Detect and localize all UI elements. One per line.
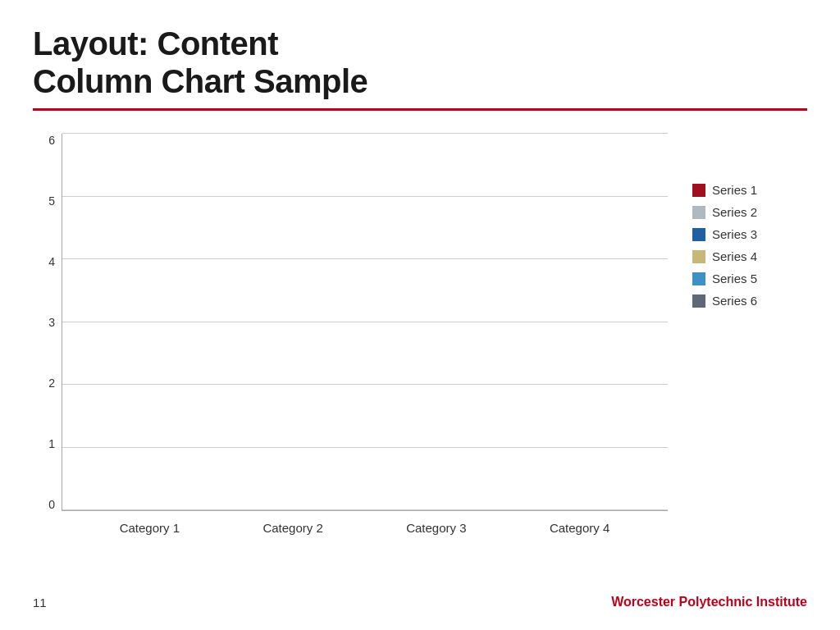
legend-item-1: Series 1 xyxy=(692,183,807,197)
y-label-5: 5 xyxy=(48,194,55,208)
legend-color-6 xyxy=(692,294,705,308)
legend-item-3: Series 3 xyxy=(692,227,807,241)
legend-color-3 xyxy=(692,228,705,241)
footer: 11 Worcester Polytechnic Institute xyxy=(33,584,807,614)
y-label-2: 2 xyxy=(48,377,55,390)
legend-color-5 xyxy=(692,272,705,285)
bars-area xyxy=(62,134,668,510)
x-axis: Category 1 Category 2 Category 3 Categor… xyxy=(62,511,668,544)
legend-label-6: Series 6 xyxy=(712,294,757,308)
y-label-4: 4 xyxy=(48,255,55,268)
legend-color-1 xyxy=(692,184,705,197)
legend-label-3: Series 3 xyxy=(712,227,757,241)
legend-item-6: Series 6 xyxy=(692,294,807,308)
y-axis: 0 1 2 3 4 5 6 xyxy=(33,134,62,511)
chart-area: 0 1 2 3 4 5 6 xyxy=(33,126,807,584)
legend-item-2: Series 2 xyxy=(692,205,807,219)
slide-title: Layout: Content Column Chart Sample xyxy=(33,25,807,100)
legend: Series 1 Series 2 Series 3 Series 4 Seri… xyxy=(676,134,807,308)
y-label-3: 3 xyxy=(48,316,55,329)
legend-color-2 xyxy=(692,206,705,219)
y-label-6: 6 xyxy=(48,134,55,147)
legend-item-5: Series 5 xyxy=(692,272,807,285)
legend-color-4 xyxy=(692,250,705,263)
y-label-1: 1 xyxy=(48,437,55,450)
x-label-cat3: Category 3 xyxy=(372,521,501,535)
legend-label-2: Series 2 xyxy=(712,205,757,219)
chart-inner xyxy=(62,134,668,511)
x-label-cat1: Category 1 xyxy=(84,521,214,535)
y-label-0: 0 xyxy=(48,498,55,511)
x-label-cat2: Category 2 xyxy=(228,521,358,535)
legend-item-4: Series 4 xyxy=(692,249,807,263)
institution-name: Worcester Polytechnic Institute xyxy=(611,595,807,609)
title-area: Layout: Content Column Chart Sample xyxy=(33,25,807,119)
legend-label-1: Series 1 xyxy=(712,183,757,197)
page-number: 11 xyxy=(33,596,47,609)
legend-label-5: Series 5 xyxy=(712,272,757,285)
slide: Layout: Content Column Chart Sample 0 1 … xyxy=(0,0,840,630)
chart-container: 0 1 2 3 4 5 6 xyxy=(33,134,676,544)
title-line1: Layout: Content xyxy=(33,25,278,62)
legend-label-4: Series 4 xyxy=(712,249,757,263)
title-line2: Column Chart Sample xyxy=(33,63,368,99)
x-label-cat4: Category 4 xyxy=(515,521,645,535)
red-divider xyxy=(33,108,807,111)
